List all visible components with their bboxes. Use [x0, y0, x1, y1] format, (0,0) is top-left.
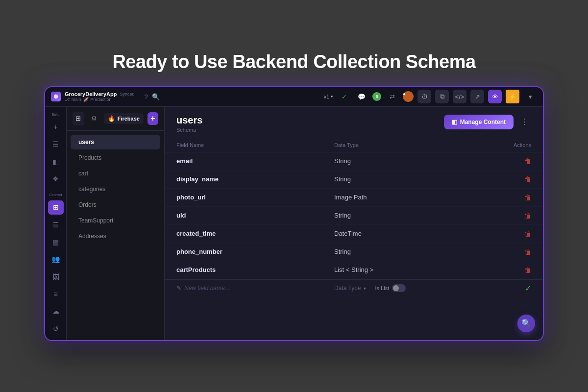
settings-btn[interactable]: ⚙	[88, 112, 100, 125]
main-content: users Schema ◧ Manage Content ⋮ Field Na…	[165, 107, 543, 340]
delete-uid-button[interactable]: 🗑	[524, 212, 531, 220]
type-created-time: DateTime	[334, 230, 492, 237]
firebase-flame-icon: 🔥	[108, 115, 115, 122]
bolt-icon[interactable]: ⚡	[506, 90, 519, 103]
sidebar-database-icon[interactable]: ⊞	[48, 200, 64, 215]
table-row: display_name String 🗑	[165, 171, 543, 189]
type-email: String	[334, 157, 492, 165]
table-row: created_time DateTime 🗑	[165, 225, 543, 243]
type-uid: String	[334, 212, 492, 219]
confirm-new-field-button[interactable]: ✓	[525, 284, 531, 293]
is-list-label: Is List	[375, 285, 389, 291]
app-logo	[51, 92, 61, 101]
collection-item-users[interactable]: users	[71, 135, 160, 149]
collection-item-orders[interactable]: Orders	[71, 197, 160, 212]
export-icon[interactable]: ↗	[470, 90, 484, 103]
type-display-name: String	[334, 175, 492, 183]
collection-item-categories[interactable]: categories	[71, 182, 160, 196]
col-field-name: Field Name	[176, 142, 334, 148]
collection-item-addresses[interactable]: Addresses	[71, 229, 160, 244]
split-icon[interactable]: ⧉	[435, 90, 449, 103]
collection-item-cart[interactable]: cart	[71, 166, 160, 181]
delete-display-name-button[interactable]: 🗑	[524, 175, 531, 183]
type-photo-url: Image Path	[334, 194, 492, 201]
branch-label: main	[72, 97, 81, 102]
search-float-icon: 🔍	[521, 318, 531, 328]
page-title-banner: Ready to Use Backend Collection Schema	[112, 51, 475, 73]
clock-orange-icon: ●	[403, 91, 414, 102]
sidebar-component-icon[interactable]: ❖	[48, 172, 64, 186]
sidebar-file-icon[interactable]: ▤	[48, 235, 64, 249]
topbar-search-icon[interactable]: 🔍	[152, 93, 160, 100]
collections-header: ⊞ ⚙ 🔥 Firebase +	[67, 107, 164, 131]
sidebar-build-label: Build	[52, 113, 60, 116]
sidebar-pages-icon[interactable]: ☰	[48, 137, 64, 151]
table-header: Field Name Data Type Actions	[165, 138, 543, 152]
add-collection-button[interactable]: +	[147, 112, 158, 125]
type-cart-products: List < String >	[334, 266, 492, 273]
sidebar-list-icon[interactable]: ☰	[48, 218, 64, 232]
sidebar-image-icon[interactable]: 🖼	[48, 270, 64, 284]
new-field-name-input[interactable]: New field name...	[184, 285, 230, 292]
field-display-name: display_name	[176, 175, 334, 183]
browser-window: GroceryDeliveryApp Synced ⎇ main 🚀 Produ…	[44, 86, 544, 341]
manage-content-button[interactable]: ◧ Manage Content	[444, 115, 514, 129]
more-options-button[interactable]: ⋮	[517, 115, 531, 129]
new-field-icon: ✎	[176, 285, 181, 292]
field-uid: uId	[176, 212, 334, 219]
sidebar-layers-icon[interactable]: ◧	[48, 154, 64, 169]
table-row: email String 🗑	[165, 152, 543, 171]
table-row: uId String 🗑	[165, 207, 543, 225]
timer-icon[interactable]: ⏱	[417, 90, 431, 103]
schema-table: Field Name Data Type Actions email Strin…	[165, 138, 543, 340]
eye-icon[interactable]: 👁	[488, 90, 502, 103]
arrow-icon[interactable]: ⇄	[385, 90, 399, 103]
field-photo-url: photo_url	[176, 194, 334, 201]
delete-email-button[interactable]: 🗑	[524, 157, 531, 165]
version-button[interactable]: v1 ▾	[323, 94, 333, 99]
delete-created-time-button[interactable]: 🗑	[524, 230, 531, 238]
sidebar-cloud-icon[interactable]: ☁	[48, 304, 64, 318]
branch-icon: ⎇	[65, 97, 70, 102]
collection-list: users Products cart categories Orders Te…	[67, 131, 164, 340]
code-icon[interactable]: </>	[453, 90, 466, 103]
new-field-row: ✎ New field name... Data Type ▾ Is List	[165, 279, 543, 297]
help-icon[interactable]: ?	[144, 93, 147, 100]
sidebar-users-icon[interactable]: 👥	[48, 252, 64, 267]
delete-photo-url-button[interactable]: 🗑	[524, 194, 531, 201]
collections-sidebar: ⊞ ⚙ 🔥 Firebase + users Products cart	[67, 107, 165, 340]
sidebar-add-icon[interactable]: +	[48, 120, 64, 134]
sidebar-list2-icon[interactable]: ≡	[48, 287, 64, 301]
data-type-placeholder[interactable]: Data Type	[334, 285, 361, 292]
collection-item-teamsupport[interactable]: TeamSupport	[71, 213, 160, 228]
delete-phone-number-button[interactable]: 🗑	[524, 248, 531, 256]
dropdown-arrow-icon: ▾	[364, 286, 366, 291]
collection-item-products[interactable]: Products	[71, 150, 160, 165]
title-text: Ready to Use Backend Collection Schema	[112, 51, 475, 72]
table-view-btn[interactable]: ⊞	[73, 112, 84, 125]
expand-icon[interactable]: ▾	[523, 90, 537, 103]
environment-label: Production	[91, 97, 112, 102]
delete-cart-products-button[interactable]: 🗑	[524, 266, 531, 274]
table-row: phone_number String 🗑	[165, 243, 543, 261]
chevron-down-icon: ▾	[331, 94, 333, 99]
table-row: cartProducts List < String > 🗑	[165, 261, 543, 279]
col-actions: Actions	[492, 142, 531, 148]
status-green-icon: ✓	[337, 90, 351, 103]
icon-sidebar: Build + ☰ ◧ ❖ Connect ⊞ ☰ ▤ 👥 🖼 ≡ ☁ ↺	[45, 107, 67, 340]
field-cart-products: cartProducts	[176, 266, 334, 273]
is-list-toggle[interactable]	[392, 284, 406, 292]
floating-search-button[interactable]: 🔍	[517, 315, 535, 332]
layers-icon: ◧	[452, 119, 457, 125]
type-phone-number: String	[334, 248, 492, 255]
field-email: email	[176, 157, 334, 165]
firebase-button[interactable]: 🔥 Firebase	[104, 113, 144, 124]
num-badge-5: 5	[372, 92, 381, 101]
table-row: photo_url Image Path 🗑	[165, 189, 543, 207]
sync-status: Synced	[120, 92, 134, 97]
chat-icon[interactable]: 💬	[355, 90, 368, 103]
sidebar-link-icon[interactable]: ↺	[48, 321, 64, 336]
app-name: GroceryDeliveryApp	[65, 91, 117, 97]
top-bar: GroceryDeliveryApp Synced ⎇ main 🚀 Produ…	[45, 87, 543, 107]
collection-title: users	[176, 115, 202, 126]
